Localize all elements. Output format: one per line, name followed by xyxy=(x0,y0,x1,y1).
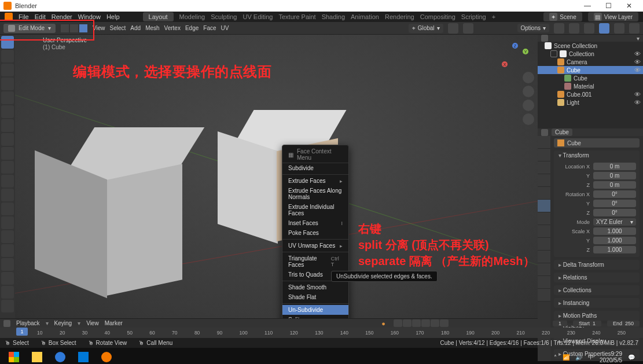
navigation-gizmo[interactable]: Z Y X xyxy=(502,43,528,69)
ptab-render[interactable] xyxy=(538,136,550,149)
rotation-mode-select[interactable]: XYZ Euler▾ xyxy=(593,218,636,226)
task-edge[interactable] xyxy=(49,348,72,364)
visibility-toggle[interactable]: 👁 xyxy=(634,58,641,65)
tool-inset[interactable] xyxy=(1,175,14,187)
workspace-modeling[interactable]: Modeling xyxy=(179,13,205,20)
zoom-gizmo[interactable] xyxy=(523,72,534,83)
tool-select-box[interactable] xyxy=(1,36,14,49)
scene-selector[interactable]: ✦ Scene xyxy=(543,12,582,21)
section-instancing[interactable]: Instancing xyxy=(554,298,640,308)
ptab-material[interactable] xyxy=(538,276,550,289)
mesh-cube-001[interactable] xyxy=(35,127,185,289)
tray-sound-icon[interactable]: 🔊 xyxy=(575,354,582,361)
gizmo-z[interactable]: Z xyxy=(512,43,518,49)
workspace-animation[interactable]: Animation xyxy=(351,13,379,20)
tool-cursor[interactable] xyxy=(1,50,14,62)
visibility-toggle[interactable]: 👁 xyxy=(634,99,641,106)
tool-shrink[interactable] xyxy=(1,286,14,299)
workspace-uvediting[interactable]: UV Editing xyxy=(242,13,273,20)
start-button[interactable] xyxy=(2,348,25,364)
rotation-y-field[interactable]: 0° xyxy=(593,200,636,207)
keyframe-prev-button[interactable] xyxy=(403,319,411,327)
menu-split[interactable]: Split▸ xyxy=(282,315,348,318)
menu-edit[interactable]: Edit xyxy=(35,13,46,20)
tool-rip[interactable] xyxy=(1,300,14,312)
tool-add-cube[interactable] xyxy=(1,147,14,160)
section-relations[interactable]: Relations xyxy=(554,273,640,282)
viewport-3d[interactable]: User Perspective (1) Cube Z Y X 编辑模式，选择要… xyxy=(15,35,538,318)
menu-window[interactable]: Window xyxy=(78,13,101,20)
shading-lookdev[interactable] xyxy=(614,23,624,34)
timeline-playback[interactable]: Playback xyxy=(16,320,40,326)
object-name-field[interactable]: Cube xyxy=(554,138,640,148)
gizmo-y[interactable]: Y xyxy=(523,49,528,54)
ptab-world[interactable] xyxy=(538,187,550,200)
menu-extrude-normals[interactable]: Extrude Faces Along Normals xyxy=(282,186,348,202)
taskbar-clock[interactable]: 9:292020/5/5 xyxy=(600,351,622,363)
tool-scale[interactable] xyxy=(1,91,14,104)
tool-polybuild[interactable] xyxy=(1,230,14,243)
system-tray[interactable]: ˄ 📶 🔊 中 9:292020/5/5 💬 xyxy=(554,351,641,363)
workspace-sculpting[interactable]: Sculpting xyxy=(211,13,237,20)
camera-gizmo[interactable] xyxy=(523,100,534,111)
timeline-marker[interactable]: Marker xyxy=(105,320,123,326)
menu-help[interactable]: Help xyxy=(106,13,120,20)
header-mesh[interactable]: Mesh xyxy=(145,25,159,31)
workspace-rendering[interactable]: Rendering xyxy=(385,13,414,20)
window-minimize-button[interactable]: — xyxy=(577,0,598,12)
visibility-toggle[interactable]: 👁 xyxy=(634,50,641,57)
scale-y-field[interactable]: 1.000 xyxy=(593,237,636,244)
workspace-shading[interactable]: Shading xyxy=(322,13,345,20)
menu-file[interactable]: File xyxy=(19,13,29,20)
tool-spin[interactable] xyxy=(1,244,14,257)
ptab-viewlayer[interactable] xyxy=(538,161,550,174)
ptab-scene[interactable] xyxy=(538,174,550,187)
start-frame-field[interactable]: Start 1 xyxy=(573,321,601,326)
filter-icon[interactable]: ▾ xyxy=(637,35,640,42)
window-close-button[interactable]: ✕ xyxy=(619,0,640,12)
outliner-cube001[interactable]: Cube.001👁 xyxy=(538,90,643,98)
outliner-cube[interactable]: Cube👁 xyxy=(538,66,643,74)
tool-bevel[interactable] xyxy=(1,189,14,201)
timeline-cursor[interactable]: 1 xyxy=(16,328,28,336)
options-dropdown[interactable]: Options▾ xyxy=(517,24,549,32)
play-reverse-button[interactable] xyxy=(412,319,421,327)
outliner-light[interactable]: Light👁 xyxy=(538,98,643,106)
header-select[interactable]: Select xyxy=(110,25,126,31)
task-vscode[interactable] xyxy=(72,348,95,364)
menu-poke[interactable]: Poke Faces xyxy=(282,228,348,238)
rotation-x-field[interactable]: 0° xyxy=(593,190,636,198)
tool-extrude[interactable] xyxy=(1,161,14,174)
tray-ime-icon[interactable]: 中 xyxy=(588,353,594,361)
header-edge[interactable]: Edge xyxy=(185,25,199,31)
tray-overflow-icon[interactable]: ˄ xyxy=(554,354,557,361)
jump-end-button[interactable] xyxy=(440,319,449,327)
header-vertex[interactable]: Vertex xyxy=(164,25,181,31)
ptab-object[interactable] xyxy=(538,200,550,212)
pan-gizmo[interactable] xyxy=(523,86,534,97)
window-maximize-button[interactable]: ☐ xyxy=(598,0,619,12)
properties-object-name[interactable]: Cube xyxy=(552,128,572,136)
timeline-ruler[interactable]: 1 01020304050607080901001101201301401501… xyxy=(0,328,643,338)
task-explorer[interactable] xyxy=(25,348,49,364)
task-blender[interactable] xyxy=(95,348,118,364)
ptab-texture[interactable] xyxy=(538,289,550,302)
menu-shade-smooth[interactable]: Shade Smooth xyxy=(282,282,348,292)
outliner-camera[interactable]: Camera👁 xyxy=(538,58,643,66)
edge-select-mode[interactable] xyxy=(69,24,79,33)
gizmo-x[interactable]: X xyxy=(502,61,508,67)
tool-move[interactable] xyxy=(1,64,14,76)
workspace-scripting[interactable]: Scripting xyxy=(461,13,486,20)
header-add[interactable]: Add xyxy=(130,25,141,31)
transform-orientation[interactable]: ⌖Global▾ xyxy=(409,24,443,33)
workspace-texturepaint[interactable]: Texture Paint xyxy=(278,13,315,20)
current-frame-field[interactable]: 1 xyxy=(553,321,567,326)
tool-edge-slide[interactable] xyxy=(1,272,14,285)
outliner-cube-mesh[interactable]: Cube xyxy=(538,74,643,82)
outliner-collection[interactable]: Collection👁 xyxy=(538,50,643,58)
play-button[interactable] xyxy=(421,319,430,327)
timeline-keying[interactable]: Keying xyxy=(54,320,72,326)
tool-annotate[interactable] xyxy=(1,119,14,132)
keyframe-next-button[interactable] xyxy=(431,319,439,327)
autokey-toggle[interactable]: ● xyxy=(381,320,388,327)
